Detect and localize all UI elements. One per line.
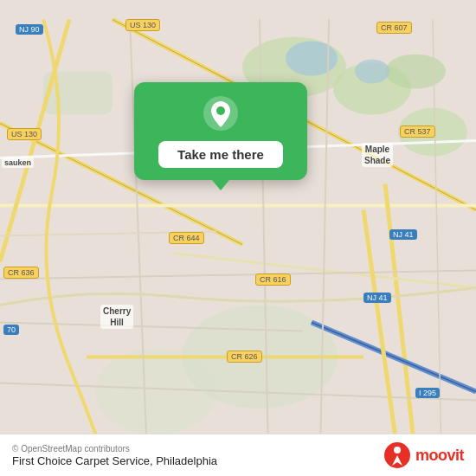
svg-point-4 bbox=[385, 55, 446, 89]
svg-point-34 bbox=[394, 447, 401, 453]
i295-label: I 295 bbox=[415, 388, 440, 398]
cherry-hill-label: CherryHill bbox=[100, 305, 133, 329]
location-pin-icon bbox=[202, 94, 240, 132]
moovit-logo: moovit bbox=[383, 441, 464, 469]
maple-shade-label: MapleShade bbox=[362, 143, 393, 167]
nj41-bot-label: NJ 41 bbox=[363, 293, 391, 303]
bottom-bar: © OpenStreetMap contributors First Choic… bbox=[0, 434, 476, 476]
nj90-label: NJ 90 bbox=[16, 24, 43, 35]
take-me-there-button[interactable]: Take me there bbox=[158, 141, 283, 168]
nj41-top-label: NJ 41 bbox=[389, 229, 417, 240]
camden-label: sauken bbox=[2, 158, 34, 168]
us130-left-label: US 130 bbox=[7, 128, 42, 140]
moovit-text: moovit bbox=[415, 447, 464, 465]
cr626-label: CR 626 bbox=[227, 351, 262, 363]
cr537-label: CR 537 bbox=[400, 125, 435, 138]
us130-top-label: US 130 bbox=[125, 19, 160, 31]
svg-point-9 bbox=[355, 60, 389, 84]
r70-label: 70 bbox=[3, 325, 19, 335]
cr636-label: CR 636 bbox=[3, 267, 39, 279]
svg-point-8 bbox=[286, 42, 338, 76]
cr616-label: CR 616 bbox=[255, 273, 291, 286]
map-attribution: © OpenStreetMap contributors bbox=[12, 444, 217, 453]
map-container: NJ 90 US 130 US 130 CR 607 CR 537 CR 636… bbox=[0, 0, 476, 476]
cr607-label: CR 607 bbox=[376, 22, 412, 34]
svg-point-7 bbox=[95, 349, 216, 435]
cr644-label: CR 644 bbox=[169, 232, 204, 244]
location-card: Take me there bbox=[134, 82, 307, 180]
bottom-bar-info: © OpenStreetMap contributors First Choic… bbox=[12, 444, 217, 467]
location-name: First Choice Carpet Service, Philadelphi… bbox=[12, 454, 217, 467]
moovit-brand-icon bbox=[383, 441, 411, 469]
svg-point-32 bbox=[216, 106, 225, 115]
